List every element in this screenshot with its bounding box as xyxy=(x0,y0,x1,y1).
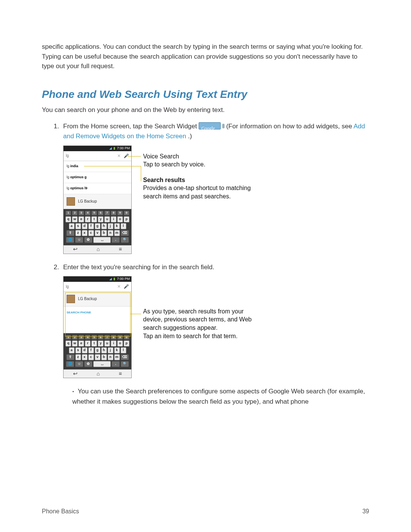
key-t: t xyxy=(91,216,97,222)
key-z: z xyxy=(75,354,81,360)
app-name: LG Backup xyxy=(78,198,97,204)
period-key: . xyxy=(112,237,120,243)
key-l: l xyxy=(121,223,126,229)
key-m: m xyxy=(114,354,120,360)
steps-list: From the Home screen, tap the Search Wid… xyxy=(42,121,369,407)
section-subtext: You can search on your phone and on the … xyxy=(42,105,369,115)
nav-bar: ↩ ⌂ ≡ xyxy=(64,245,131,254)
key-f: f xyxy=(88,223,94,229)
home-icon: ⌂ xyxy=(97,245,100,254)
key-h: h xyxy=(101,223,107,229)
back-icon: ↩ xyxy=(73,370,78,378)
key-1: 1 xyxy=(65,211,71,216)
key-9: 9 xyxy=(117,211,123,216)
key-s: s xyxy=(75,223,81,229)
key-n: n xyxy=(108,354,113,360)
settings-key: ✿ xyxy=(84,237,92,243)
step2-text: Enter the text you're searching for in t… xyxy=(63,264,214,271)
key-w: w xyxy=(72,340,78,347)
step2-bullet: You can use the Search preferences to co… xyxy=(72,387,369,407)
key-2: 2 xyxy=(72,211,78,216)
key-g: g xyxy=(95,223,100,229)
menu-icon: ≡ xyxy=(119,245,122,254)
step2-sublist: You can use the Search preferences to co… xyxy=(72,387,369,407)
clear-icon: ✕ xyxy=(117,153,121,159)
back-icon: ↩ xyxy=(73,245,78,254)
signal-icon: ◢ xyxy=(109,276,112,282)
key-9: 9 xyxy=(117,335,123,340)
search-bar-2: lg ✕ 🎤 xyxy=(64,282,131,292)
figure-1: ◢ ▮ 7:00 PM lg ✕ 🎤 lg india lg optimus g… xyxy=(63,145,369,254)
key-k: k xyxy=(114,223,120,229)
key-g: g xyxy=(95,347,100,353)
key-0: 0 xyxy=(124,335,129,340)
key-m: m xyxy=(114,230,120,236)
step1-text-b: . (For information on how to add widgets… xyxy=(223,123,354,130)
key-5: 5 xyxy=(91,335,97,340)
key-5: 5 xyxy=(91,211,97,216)
key-b: b xyxy=(101,230,107,236)
step1-text-c: .) xyxy=(188,133,192,140)
callout-search-results-title: Search results xyxy=(143,177,185,183)
key-f: f xyxy=(88,347,94,353)
key-2: 2 xyxy=(72,335,78,340)
key-0: 0 xyxy=(124,211,129,216)
search-key: 🔍 xyxy=(121,361,129,367)
app-name-2: LG Backup xyxy=(78,296,97,302)
suggestion-3: lg optimus l9 xyxy=(64,183,131,194)
app-icon xyxy=(67,197,75,206)
key-3: 3 xyxy=(78,211,84,216)
key-7: 7 xyxy=(104,211,110,216)
key-v: v xyxy=(95,354,100,360)
footer-page-number: 39 xyxy=(362,508,369,515)
app-icon xyxy=(67,295,75,303)
key-c: c xyxy=(88,230,94,236)
key-j: j xyxy=(108,223,113,229)
globe-key: 🌐 xyxy=(66,237,74,243)
shift-key: ⇧ xyxy=(66,354,75,360)
key-l: l xyxy=(121,347,126,353)
battery-icon: ▮ xyxy=(113,276,115,282)
key-n: n xyxy=(108,230,113,236)
key-h: h xyxy=(101,347,107,353)
space-key: ⎵ xyxy=(93,361,111,367)
phone-screenshot-1: ◢ ▮ 7:00 PM lg ✕ 🎤 lg india lg optimus g… xyxy=(63,145,132,254)
key-d: d xyxy=(82,223,88,229)
backspace-key: ⌫ xyxy=(121,354,129,360)
key-s: s xyxy=(75,347,81,353)
emoji-key: ☺ xyxy=(75,237,83,243)
key-e: e xyxy=(78,216,84,222)
nav-bar-2: ↩ ⌂ ≡ xyxy=(64,369,131,378)
step-2: Enter the text you're searching for in t… xyxy=(61,262,369,407)
app-result-2: LG Backup xyxy=(64,292,131,307)
suggestion-2: lg optimus g xyxy=(64,172,131,183)
key-r: r xyxy=(85,340,91,347)
key-p: p xyxy=(124,216,129,222)
google-search-widget-icon: Google xyxy=(199,122,221,129)
clear-icon: ✕ xyxy=(117,283,121,290)
key-y: y xyxy=(98,216,104,222)
key-v: v xyxy=(95,230,100,236)
step1-text-a: From the Home screen, tap the Search Wid… xyxy=(63,123,199,130)
key-4: 4 xyxy=(85,335,91,340)
callout-search-results-body: Provides a one-tap shortcut to matching … xyxy=(143,184,261,200)
key-4: 4 xyxy=(85,211,91,216)
page-footer: Phone Basics 39 xyxy=(42,508,369,515)
key-b: b xyxy=(101,354,107,360)
menu-icon: ≡ xyxy=(119,370,122,378)
shift-key: ⇧ xyxy=(66,230,75,236)
key-8: 8 xyxy=(111,335,116,340)
key-y: y xyxy=(98,340,104,347)
callout-voice-search-body: Tap to search by voice. xyxy=(143,160,206,169)
key-a: a xyxy=(69,223,75,229)
callout-voice-search-title: Voice Search xyxy=(143,152,206,161)
keyboard: 1234567890 qwertyuiop asdfghjkl ⇧zxcvbnm… xyxy=(64,209,131,245)
key-r: r xyxy=(85,216,91,222)
key-6: 6 xyxy=(98,211,104,216)
app-result: LG Backup xyxy=(64,194,131,209)
search-bar: lg ✕ 🎤 xyxy=(64,151,131,161)
key-x: x xyxy=(82,354,88,360)
figure-2: ◢ ▮ 7:00 PM lg ✕ 🎤 LG Backup xyxy=(63,276,369,378)
key-e: e xyxy=(78,340,84,347)
key-o: o xyxy=(117,216,123,222)
